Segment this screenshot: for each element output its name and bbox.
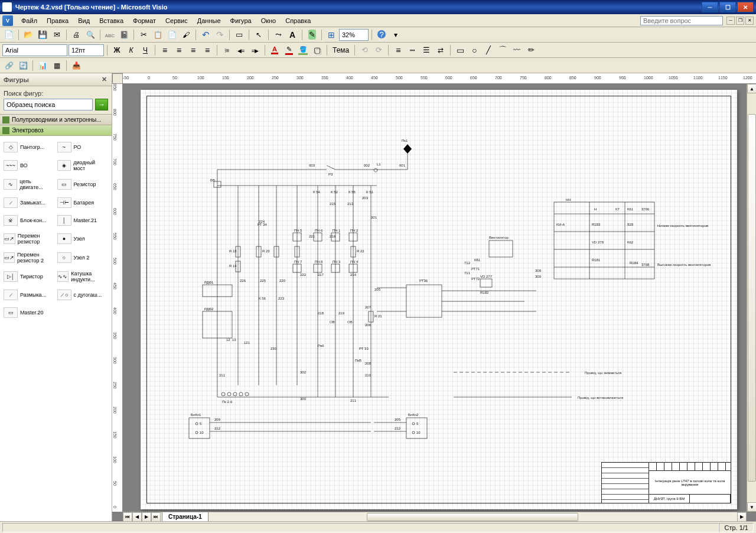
line-color-button[interactable] [282,44,295,57]
print-preview-button[interactable] [84,28,97,41]
mdi-restore-button[interactable]: ❐ [736,17,744,25]
menu-file[interactable]: Файл [17,15,42,26]
pointer-tool-button[interactable] [252,28,265,41]
tab-first-button[interactable]: ⏮ [123,512,132,522]
shape-item[interactable]: ⊣⊢Батарея [56,194,110,212]
align-justify-button[interactable] [201,44,214,57]
fill-color-button[interactable] [296,44,309,57]
menu-tools[interactable]: Сервис [161,15,193,26]
vscroll-up-button[interactable]: ▲ [747,84,756,93]
shape-item[interactable]: ▭Master.20 [2,304,56,321]
copy-button[interactable] [151,28,164,41]
minimize-button[interactable]: ─ [702,2,718,12]
undo-button[interactable] [199,28,212,41]
help-search-input[interactable] [640,16,723,25]
canvas-viewport[interactable]: Пк1 001 L1 002 Р3 003 [123,84,747,512]
tab-next-button[interactable]: ▶ [142,512,151,522]
stencil-elektrovoz[interactable]: Электровоз [0,125,112,136]
mail-button[interactable] [50,28,63,41]
shape-item[interactable]: ∿цепь двигате... [2,175,56,194]
data-refresh-button[interactable]: 🔄 [17,59,30,72]
help-button[interactable] [375,28,388,41]
shadow-button[interactable] [311,44,324,57]
font-size-combo[interactable] [69,44,104,56]
bullets-button[interactable] [220,44,233,57]
shape-item[interactable]: ∿∿Катушка индукти... [56,267,110,286]
rectangle-tool-button[interactable] [454,44,467,57]
menu-view[interactable]: Вид [73,15,94,26]
stencil-semiconductors[interactable]: Полупроводники и электронны... [0,115,112,125]
shape-item[interactable]: ○Узел 2 [56,248,110,267]
shapes-search-input[interactable] [4,99,93,110]
italic-button[interactable] [125,44,138,57]
paste-button[interactable] [165,28,178,41]
theme-button[interactable]: Тема [330,44,351,57]
decrease-indent-button[interactable] [234,44,247,57]
visio-icon[interactable]: V [2,15,13,26]
shapes-window-button[interactable] [233,28,246,41]
shape-item[interactable]: ◈диодный мост [56,156,110,175]
ellipse-tool-button[interactable] [468,44,481,57]
ruler-corner[interactable] [112,73,123,84]
shape-item[interactable]: ▷│Тиристор [2,267,56,286]
shape-item[interactable]: ※Блок-кон... [2,212,56,229]
data-window-button[interactable]: ▦ [50,59,63,72]
text-tool-button[interactable] [286,28,299,41]
mdi-close-button[interactable]: ✕ [745,17,754,25]
mdi-minimize-button[interactable]: ─ [726,17,735,25]
redo-button[interactable] [213,28,226,41]
shape-item[interactable]: ⟋Размыка... [2,286,56,304]
menu-window[interactable]: Окно [256,15,281,26]
underline-button[interactable] [139,44,152,57]
rotate-right-button[interactable] [372,44,385,57]
shapes-search-go-button[interactable]: → [95,99,108,110]
open-button[interactable] [22,28,35,41]
snap-grid-button[interactable] [325,28,338,41]
toolbar-options-button[interactable]: ▾ [389,28,402,41]
format-painter-button[interactable] [180,28,193,41]
data-graphic-button[interactable]: 📊 [36,59,49,72]
shape-item[interactable]: ~РО [56,138,110,156]
shape-item[interactable]: ~~~ВО [2,156,56,175]
pencil-tool-button[interactable] [524,44,537,57]
cut-button[interactable] [137,28,150,41]
save-button[interactable] [36,28,49,41]
arc-tool-button[interactable] [496,44,509,57]
tab-last-button[interactable]: ⏭ [151,512,161,522]
rotate-left-button[interactable] [358,44,371,57]
font-combo[interactable] [2,44,67,56]
close-button[interactable]: ✕ [737,2,754,12]
shape-item[interactable]: ▭↗Перемен резистор 2 [2,248,56,267]
freeform-tool-button[interactable] [510,44,523,57]
shape-item[interactable]: ●Узел [56,229,110,248]
new-button[interactable] [2,28,15,41]
line-weight-button[interactable] [420,44,433,57]
shape-item[interactable]: ⟋Замыкат... [2,194,56,212]
line-tool-button[interactable] [482,44,495,57]
shape-item[interactable]: ⟋○c дугогаш... [56,286,110,304]
arrow-style-button[interactable] [434,44,447,57]
menu-insert[interactable]: Вставка [94,15,128,26]
align-right-button[interactable] [187,44,200,57]
menu-data[interactable]: Данные [193,15,226,26]
horizontal-ruler[interactable]: -500501001502002503003504004505005506006… [123,73,756,84]
ink-tool-button[interactable] [305,28,318,41]
dash-style-button[interactable] [406,44,419,57]
shape-item[interactable]: ▭↗Перемен резистор [2,229,56,248]
vscroll-down-button[interactable]: ▼ [747,502,756,512]
shape-item[interactable]: ▭Резистор [56,175,110,194]
drawing-page[interactable]: Пк1 001 L1 002 Р3 003 [141,90,737,509]
menu-format[interactable]: Формат [128,15,161,26]
shape-item[interactable]: ◇Пантогр... [2,138,56,156]
bold-button[interactable] [110,44,123,57]
research-button[interactable] [118,28,131,41]
data-insert-button[interactable]: 📥 [70,59,83,72]
menu-edit[interactable]: Правка [42,15,73,26]
spelling-button[interactable] [103,28,116,41]
shape-item[interactable]: │Master.21 [56,212,110,229]
shapes-pane-close-button[interactable]: ✕ [100,76,108,84]
maximize-button[interactable]: ☐ [719,2,736,12]
vscroll-thumb[interactable] [748,114,756,482]
print-button[interactable] [70,28,83,41]
align-center-button[interactable] [172,44,185,57]
